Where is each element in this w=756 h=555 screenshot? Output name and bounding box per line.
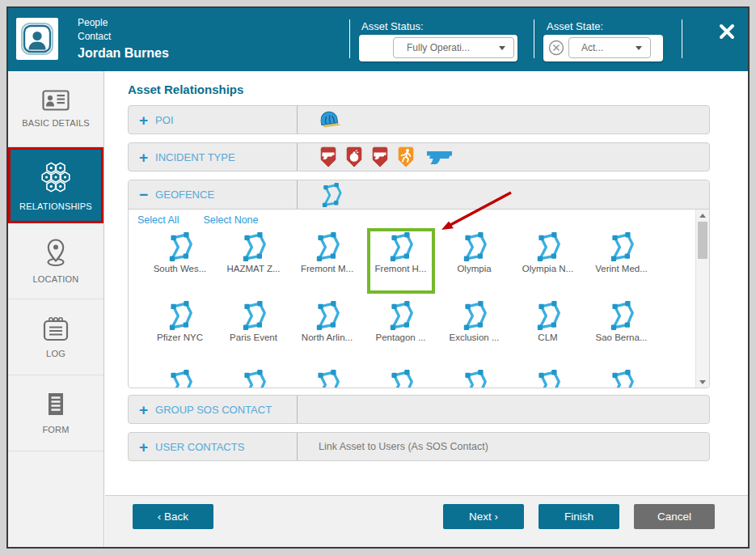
select-none-link[interactable]: Select None: [203, 214, 258, 226]
section-group-sos-contact[interactable]: + GROUP SOS CONTACT: [128, 395, 710, 424]
geofence-icon: [606, 369, 637, 388]
section-label: GEOFENCE: [155, 189, 214, 201]
scroll-down-arrow[interactable]: [696, 376, 709, 388]
cancel-button[interactable]: Cancel: [634, 504, 715, 529]
geofence-item[interactable]: CLM: [511, 300, 585, 342]
geofence-icon: [459, 231, 490, 262]
section-label: INCIDENT TYPE: [155, 151, 234, 163]
sidebar-item-location[interactable]: LOCATION: [8, 223, 103, 299]
geofence-icon: [459, 300, 490, 331]
dialog-header: People Contact Jordan Burnes Asset Statu…: [8, 8, 748, 71]
scroll-up-arrow[interactable]: [696, 210, 709, 221]
geofence-item[interactable]: Pfizer NYC: [143, 300, 217, 342]
geofence-row: South Wes... HAZMAT Z... Fremont M... Fr…: [143, 231, 658, 273]
finish-button[interactable]: Finish: [538, 504, 619, 529]
geofence-icon: [319, 182, 344, 208]
expand-icon[interactable]: +: [139, 439, 148, 455]
geofence-icon: [312, 369, 343, 388]
geofence-icon: [239, 231, 269, 262]
geofence-item[interactable]: Pentagon ...: [364, 300, 437, 342]
section-divider: [297, 396, 298, 423]
molecule-icon: [39, 160, 73, 194]
close-button[interactable]: [716, 21, 737, 42]
next-button[interactable]: Next ›: [443, 504, 524, 529]
geofence-item[interactable]: Sao Berna...: [585, 300, 658, 342]
geofence-item-label: Fremont H...: [375, 264, 427, 273]
notepad-icon: [42, 316, 70, 341]
incident-runner-badge-icon: [396, 146, 416, 168]
chevron-down-icon: [499, 46, 505, 50]
section-user-contacts[interactable]: + USER CONTACTS Link Asset to Users (As …: [128, 432, 710, 461]
geofence-item-label: Verint Med...: [595, 264, 648, 273]
collapse-icon[interactable]: −: [139, 187, 148, 202]
geofence-list: Select All Select None South Wes... HAZM…: [129, 210, 709, 388]
asset-state-label: Asset State:: [547, 20, 603, 32]
sidebar-item-label: LOG: [46, 349, 65, 358]
geofence-icon: [312, 300, 343, 331]
geofence-item[interactable]: Verint Med...: [585, 231, 658, 273]
section-poi[interactable]: + POI: [128, 105, 710, 134]
geofence-item-label: Olympia N...: [522, 264, 573, 273]
geofence-icon: [239, 369, 269, 388]
expand-icon[interactable]: +: [139, 150, 148, 165]
incident-gun-badge-icon: [319, 146, 338, 168]
person-icon: [16, 18, 58, 60]
sidebar-item-relationships[interactable]: RELATIONSHIPS: [8, 147, 103, 223]
section-label: USER CONTACTS: [155, 441, 244, 453]
asset-status-label: Asset Status:: [361, 20, 424, 32]
geofence-icon: [386, 369, 416, 388]
geofence-item-label: Fremont M...: [301, 264, 353, 273]
clear-circle-x-icon[interactable]: [547, 39, 565, 57]
back-button[interactable]: ‹ Back: [133, 504, 213, 529]
geofence-item[interactable]: North Arlin...: [290, 300, 364, 342]
geofence-icon: [165, 369, 196, 388]
geofence-item[interactable]: [217, 369, 290, 388]
header-divider: [349, 19, 350, 58]
geofence-item[interactable]: Olympia N...: [511, 231, 585, 273]
geofence-item-label: Sao Berna...: [596, 333, 648, 342]
sidebar-item-basic-details[interactable]: BASIC DETAILS: [8, 71, 103, 147]
section-incident-type[interactable]: + INCIDENT TYPE: [128, 142, 710, 172]
scrollbar-thumb[interactable]: [698, 222, 707, 259]
asset-status-dropdown[interactable]: Fully Operati...: [393, 37, 514, 58]
close-icon: [716, 21, 737, 42]
sidebar-item-form[interactable]: FORM: [8, 375, 103, 451]
header-divider: [682, 19, 682, 58]
sidebar-item-label: FORM: [42, 425, 69, 434]
geofence-item[interactable]: [511, 369, 585, 388]
expand-icon[interactable]: +: [139, 112, 148, 128]
geofence-item[interactable]: [437, 369, 511, 388]
geofence-item[interactable]: HAZMAT Z...: [217, 231, 290, 273]
section-geofence-header[interactable]: − GEOFENCE: [129, 180, 709, 210]
asset-state-value: Act...: [581, 42, 603, 53]
geofence-item[interactable]: [364, 369, 437, 388]
geofence-icon: [606, 231, 637, 262]
sidebar-item-label: RELATIONSHIPS: [19, 201, 92, 211]
geofence-item[interactable]: Exclusion ...: [437, 300, 511, 342]
geofence-item-label: Pentagon ...: [375, 333, 425, 342]
map-pin-icon: [43, 238, 69, 267]
geofence-item[interactable]: Fremont M...: [290, 231, 364, 273]
geofence-item[interactable]: [290, 369, 364, 388]
poi-dome-icon: [319, 110, 341, 129]
asset-state-dropdown[interactable]: Act...: [568, 37, 651, 58]
geofence-item-label: Paris Event: [230, 333, 277, 342]
geofence-item-highlighted[interactable]: Fremont H...: [364, 231, 437, 273]
geofence-icon: [533, 231, 564, 262]
select-all-link[interactable]: Select All: [137, 214, 179, 226]
sidebar-item-log[interactable]: LOG: [8, 299, 103, 375]
sidebar-item-label: LOCATION: [32, 274, 78, 284]
geofence-item[interactable]: Olympia: [437, 231, 511, 273]
geofence-item[interactable]: [143, 369, 217, 388]
scrollbar[interactable]: [695, 210, 709, 388]
avatar: [16, 18, 58, 60]
header-divider: [534, 19, 534, 58]
geofence-item[interactable]: Paris Event: [217, 300, 290, 342]
expand-icon[interactable]: +: [139, 402, 148, 417]
geofence-item[interactable]: South Wes...: [143, 231, 217, 273]
geofence-item[interactable]: [585, 369, 658, 388]
pistol-icon: [425, 148, 454, 166]
sidebar: BASIC DETAILS RELATIONSHIPS LOCATION: [8, 71, 104, 547]
geofence-icon: [533, 369, 564, 388]
asset-edit-dialog: People Contact Jordan Burnes Asset Statu…: [6, 6, 750, 549]
